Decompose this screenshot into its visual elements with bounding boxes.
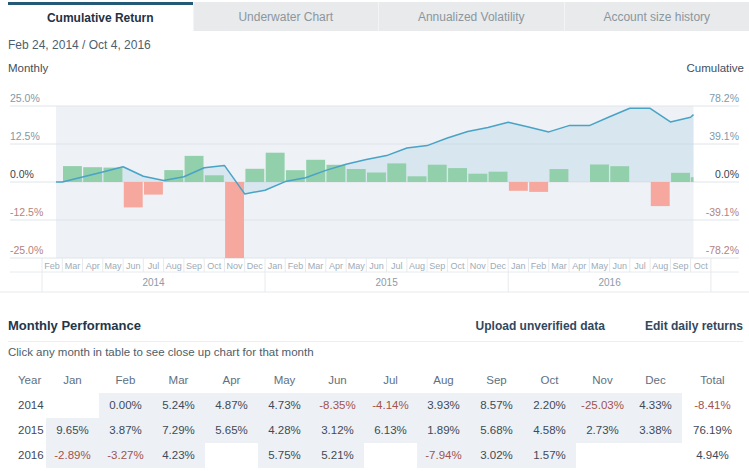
month-axis-label: Apr bbox=[572, 261, 586, 271]
tab-underwater-chart[interactable]: Underwater Chart bbox=[193, 2, 379, 31]
month-return-cell[interactable]: 6.13% bbox=[364, 418, 417, 443]
month-return-cell[interactable]: 9.65% bbox=[46, 418, 99, 443]
monthly-return-bar bbox=[408, 176, 427, 182]
upload-unverified-data-link[interactable]: Upload unverified data bbox=[476, 319, 605, 333]
monthly-return-bar bbox=[367, 173, 386, 183]
column-header-year: Year bbox=[10, 368, 46, 393]
chart-svg: 25.0%78.2%12.5%39.1%0.0%0.0%-12.5%-39.1%… bbox=[0, 88, 749, 296]
month-return-cell[interactable]: 4.33% bbox=[629, 393, 682, 418]
month-axis-label: Sep bbox=[186, 261, 202, 271]
month-axis-label: Mar bbox=[308, 261, 324, 271]
monthly-return-bar bbox=[245, 169, 264, 182]
month-axis-label: Sep bbox=[429, 261, 445, 271]
left-axis-tick: 12.5% bbox=[10, 130, 40, 142]
month-return-cell[interactable]: 1.89% bbox=[417, 418, 470, 443]
month-return-cell[interactable]: 2.73% bbox=[576, 418, 629, 443]
month-return-cell bbox=[629, 443, 682, 468]
year-axis-label: 2016 bbox=[598, 277, 621, 288]
column-header-jul: Jul bbox=[364, 368, 417, 393]
monthly-performance-table: YearJanFebMarAprMayJunJulAugSepOctNovDec… bbox=[10, 368, 743, 468]
month-return-cell[interactable]: -4.14% bbox=[364, 393, 417, 418]
month-return-cell[interactable]: -7.94% bbox=[417, 443, 470, 468]
monthly-return-bar bbox=[144, 182, 163, 195]
month-return-cell[interactable]: -3.27% bbox=[99, 443, 152, 468]
month-axis-label: Apr bbox=[86, 261, 100, 271]
month-return-cell[interactable]: 0.00% bbox=[99, 393, 152, 418]
month-return-cell[interactable]: 8.57% bbox=[470, 393, 523, 418]
column-header-may: May bbox=[258, 368, 311, 393]
month-return-cell[interactable]: 5.24% bbox=[152, 393, 205, 418]
month-axis-label: Jan bbox=[268, 261, 283, 271]
month-return-cell[interactable]: -2.89% bbox=[46, 443, 99, 468]
tab-annualized-volatility[interactable]: Annualized Volatility bbox=[378, 2, 564, 31]
column-header-dec: Dec bbox=[629, 368, 682, 393]
cumulative-return-chart: 25.0%78.2%12.5%39.1%0.0%0.0%-12.5%-39.1%… bbox=[0, 88, 749, 296]
month-axis-label: Jul bbox=[391, 261, 403, 271]
month-return-cell[interactable]: 7.29% bbox=[152, 418, 205, 443]
month-axis-label: Apr bbox=[329, 261, 343, 271]
month-return-cell[interactable]: 4.23% bbox=[152, 443, 205, 468]
month-axis-label: Jul bbox=[148, 261, 160, 271]
month-return-cell[interactable]: 4.73% bbox=[258, 393, 311, 418]
month-return-cell[interactable]: 3.93% bbox=[417, 393, 470, 418]
monthly-return-bar bbox=[387, 163, 406, 182]
monthly-return-bar bbox=[347, 169, 366, 182]
month-return-cell bbox=[576, 443, 629, 468]
month-return-cell bbox=[205, 443, 258, 468]
month-return-cell[interactable]: 4.87% bbox=[205, 393, 258, 418]
column-header-aug: Aug bbox=[417, 368, 470, 393]
left-axis-tick: 0.0% bbox=[10, 168, 34, 180]
right-axis-title: Cumulative bbox=[686, 62, 744, 74]
month-axis-label: Feb bbox=[531, 261, 547, 271]
month-return-cell[interactable]: 5.65% bbox=[205, 418, 258, 443]
month-return-cell[interactable]: 2.20% bbox=[523, 393, 576, 418]
month-axis-label: Jun bbox=[369, 261, 384, 271]
month-return-cell[interactable]: 3.12% bbox=[311, 418, 364, 443]
month-axis-label: Nov bbox=[470, 261, 487, 271]
month-return-cell[interactable]: 3.38% bbox=[629, 418, 682, 443]
monthly-return-bar bbox=[509, 182, 528, 191]
month-axis-label: Jan bbox=[511, 261, 526, 271]
right-axis-tick: 78.2% bbox=[709, 92, 739, 104]
monthly-return-bar bbox=[529, 182, 548, 192]
month-axis-label: Aug bbox=[409, 261, 425, 271]
month-axis-label: Oct bbox=[207, 261, 222, 271]
left-axis-tick: 25.0% bbox=[10, 92, 40, 104]
right-axis-tick: -39.1% bbox=[706, 206, 739, 218]
month-return-cell[interactable]: 5.75% bbox=[258, 443, 311, 468]
month-axis-label: Dec bbox=[490, 261, 507, 271]
month-return-cell[interactable]: 3.02% bbox=[470, 443, 523, 468]
month-axis-label: May bbox=[348, 261, 366, 271]
monthly-return-bar bbox=[610, 166, 629, 182]
month-axis-label: Dec bbox=[247, 261, 264, 271]
column-header-mar: Mar bbox=[152, 368, 205, 393]
monthly-return-bar bbox=[590, 165, 609, 183]
year-cell: 2014 bbox=[10, 393, 46, 418]
column-header-sep: Sep bbox=[470, 368, 523, 393]
tab-account-size-history[interactable]: Account size history bbox=[564, 2, 749, 31]
month-return-cell[interactable]: 3.87% bbox=[99, 418, 152, 443]
monthly-return-bar bbox=[691, 177, 694, 182]
right-axis-tick: -78.2% bbox=[706, 244, 739, 256]
tab-cumulative-return[interactable]: Cumulative Return bbox=[8, 2, 193, 31]
column-header-feb: Feb bbox=[99, 368, 152, 393]
month-axis-label: Feb bbox=[288, 261, 304, 271]
left-axis-tick: -12.5% bbox=[10, 206, 43, 218]
monthly-return-bar bbox=[468, 174, 487, 182]
performance-links: Upload unverified data Edit daily return… bbox=[476, 319, 743, 333]
month-return-cell[interactable]: -8.35% bbox=[311, 393, 364, 418]
month-return-cell bbox=[364, 443, 417, 468]
year-cell: 2016 bbox=[10, 443, 46, 468]
month-return-cell[interactable]: 1.57% bbox=[523, 443, 576, 468]
date-range-label: Feb 24, 2014 / Oct 4, 2016 bbox=[8, 38, 151, 52]
month-axis-label: Feb bbox=[44, 261, 60, 271]
month-return-cell[interactable]: 5.68% bbox=[470, 418, 523, 443]
month-axis-label: Jun bbox=[126, 261, 141, 271]
month-return-cell[interactable]: 5.21% bbox=[311, 443, 364, 468]
monthly-return-bar bbox=[428, 165, 447, 182]
month-return-cell[interactable]: -25.03% bbox=[576, 393, 629, 418]
month-return-cell[interactable]: 4.58% bbox=[523, 418, 576, 443]
monthly-return-bar bbox=[124, 182, 143, 207]
edit-daily-returns-link[interactable]: Edit daily returns bbox=[645, 319, 743, 333]
month-return-cell[interactable]: 4.28% bbox=[258, 418, 311, 443]
